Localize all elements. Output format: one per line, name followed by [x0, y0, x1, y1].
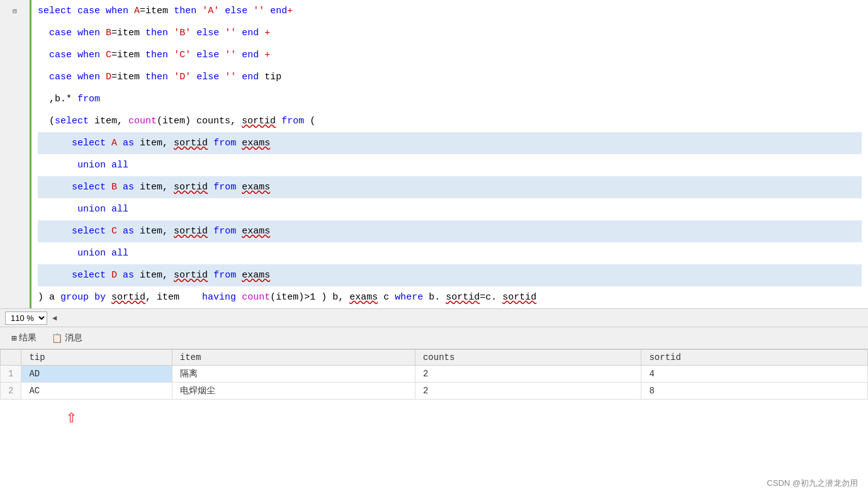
- tab-messages[interactable]: 📋 消息: [45, 330, 89, 346]
- main-container: ⊟ select case when A=item then 'A' else …: [0, 0, 868, 494]
- tab-results-label: 结果: [19, 332, 37, 344]
- gutter-line-4: [0, 66, 30, 88]
- zoom-select[interactable]: 110 % 100 % 90 %: [5, 312, 47, 325]
- tabs-bar: ⊞ 结果 📋 消息: [0, 327, 868, 349]
- table-row: 1 AD 隔离 2 4: [1, 366, 868, 383]
- code-line-3: case when C=item then 'C' else '' end +: [38, 44, 862, 66]
- message-icon: 📋: [52, 333, 62, 344]
- table-icon: ⊞: [11, 333, 16, 344]
- code-line-6: (select item, count(item) counts, sortid…: [38, 110, 862, 132]
- code-line-5: ,b.* from: [38, 88, 862, 110]
- col-counts: counts: [415, 350, 641, 366]
- gutter-line-2: [0, 22, 30, 44]
- row-1-item: 隔离: [172, 366, 415, 383]
- tab-results[interactable]: ⊞ 结果: [5, 330, 43, 346]
- results-table: tip item counts sortid 1 AD 隔离 2 4 2 AC: [0, 349, 868, 400]
- code-line-9: select B as item, sortid from exams: [38, 176, 862, 198]
- results-area: tip item counts sortid 1 AD 隔离 2 4 2 AC: [0, 349, 868, 494]
- up-arrow-indicator: ⇧: [66, 406, 77, 431]
- gutter-line-8: [0, 154, 30, 176]
- table-header-row: tip item counts sortid: [1, 350, 868, 366]
- table-row: 2 AC 电焊烟尘 2 8: [1, 383, 868, 400]
- code-line-14: ) a group by sortid, item having count(i…: [38, 286, 862, 308]
- code-line-1: select case when A=item then 'A' else ''…: [38, 0, 862, 22]
- code-editor: ⊟ select case when A=item then 'A' else …: [0, 0, 868, 308]
- col-tip: tip: [21, 350, 172, 366]
- row-1-tip: AD: [21, 366, 172, 383]
- code-line-13: select D as item, sortid from exams: [38, 264, 862, 286]
- gutter-line-7: [0, 132, 30, 154]
- gutter-line-12: [0, 242, 30, 264]
- row-2-counts: 2: [415, 383, 641, 400]
- row-2-tip: AC: [21, 383, 172, 400]
- row-2-sortid: 8: [641, 383, 868, 400]
- row-2-item: 电焊烟尘: [172, 383, 415, 400]
- code-line-8: union all: [38, 154, 862, 176]
- status-bar: 110 % 100 % 90 % ◀: [0, 308, 868, 327]
- row-1-sortid: 4: [641, 366, 868, 383]
- tab-messages-label: 消息: [65, 332, 82, 344]
- scroll-left-arrow[interactable]: ◀: [52, 313, 57, 323]
- row-1-counts: 2: [415, 366, 641, 383]
- code-line-11: select C as item, sortid from exams: [38, 220, 862, 242]
- code-line-4: case when D=item then 'D' else '' end ti…: [38, 66, 862, 88]
- gutter-line-13: [0, 264, 30, 286]
- gutter-line-9: [0, 176, 30, 198]
- gutter-line-10: [0, 198, 30, 220]
- gutter-fold[interactable]: ⊟: [0, 0, 30, 22]
- col-empty: [1, 350, 21, 366]
- code-line-10: union all: [38, 198, 862, 220]
- code-line-2: case when B=item then 'B' else '' end +: [38, 22, 862, 44]
- watermark: CSDN @初九之潜龙勿用: [767, 478, 858, 489]
- code-line-7: select A as item, sortid from exams: [38, 132, 862, 154]
- gutter-line-14: [0, 286, 30, 308]
- gutter-line-5: [0, 88, 30, 110]
- row-2-num: 2: [1, 383, 21, 400]
- gutter-line-11: [0, 220, 30, 242]
- code-content[interactable]: select case when A=item then 'A' else ''…: [31, 0, 868, 308]
- gutter-line-3: [0, 44, 30, 66]
- line-gutter: ⊟: [0, 0, 31, 308]
- col-item: item: [172, 350, 415, 366]
- col-sortid: sortid: [641, 350, 868, 366]
- code-line-12: union all: [38, 242, 862, 264]
- row-1-num: 1: [1, 366, 21, 383]
- gutter-line-6: [0, 110, 30, 132]
